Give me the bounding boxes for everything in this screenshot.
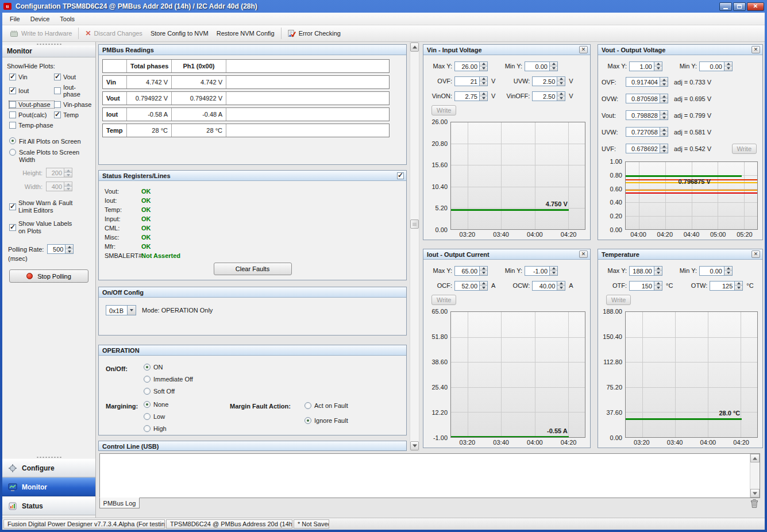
spin-up-icon[interactable] xyxy=(480,92,487,97)
plot-width-spinner[interactable]: 400 xyxy=(46,182,72,191)
spin-up-icon[interactable] xyxy=(735,282,742,286)
vout-min-y-spinner[interactable]: 0.00 xyxy=(699,61,733,71)
radio[interactable] xyxy=(9,137,16,144)
vout-uvw-spinner[interactable]: 0.727058 xyxy=(626,127,668,137)
center-scrollbar[interactable] xyxy=(410,42,419,451)
nav-configure-button[interactable]: Configure xyxy=(2,458,95,477)
radio-margining-high[interactable]: High xyxy=(144,425,167,432)
checkbox[interactable] xyxy=(9,122,16,129)
checkbox[interactable] xyxy=(54,111,61,118)
spinner-buttons[interactable] xyxy=(660,128,668,136)
checkbox[interactable] xyxy=(9,101,16,108)
nav-monitor-button[interactable]: Monitor xyxy=(2,477,95,496)
restore-nvm-config-button[interactable]: Restore NVM Config xyxy=(213,28,279,38)
radio[interactable] xyxy=(9,149,16,156)
spin-up-icon[interactable] xyxy=(724,267,732,271)
spinner-buttons[interactable] xyxy=(724,267,732,275)
vout-vout-spinner[interactable]: 0.798828 xyxy=(626,110,668,120)
checkbox-iout[interactable]: Iout xyxy=(9,84,54,98)
spin-up-icon[interactable] xyxy=(64,168,72,173)
spin-down-icon[interactable] xyxy=(660,149,668,153)
vin-on-spinner[interactable]: 2.75 xyxy=(454,91,488,101)
checkbox[interactable] xyxy=(9,111,16,118)
status-registers-checkbox[interactable] xyxy=(397,172,404,179)
spin-up-icon[interactable] xyxy=(660,144,668,149)
spinner-buttons[interactable] xyxy=(549,62,557,71)
spinner-buttons[interactable] xyxy=(479,92,487,101)
radio-margining-none[interactable]: None xyxy=(144,401,168,408)
temp-min-y-spinner[interactable]: 0.00 xyxy=(699,266,733,276)
titlebar[interactable]: ti Configuration TPSM8D6C24 @ PMBus Addr… xyxy=(0,0,767,13)
menu-tools[interactable]: Tools xyxy=(55,13,80,25)
spin-down-icon[interactable] xyxy=(654,67,662,71)
radio-margining-low[interactable]: Low xyxy=(144,413,165,420)
checkbox-iout-phase[interactable]: Iout-phase xyxy=(54,84,92,98)
polling-rate-spinner[interactable]: 500 xyxy=(47,244,74,254)
checkbox[interactable] xyxy=(9,224,16,231)
spin-up-icon[interactable] xyxy=(550,62,557,67)
spinner-buttons[interactable] xyxy=(479,282,487,290)
spin-down-icon[interactable] xyxy=(724,67,732,71)
spin-down-icon[interactable] xyxy=(557,97,565,101)
error-checking-button[interactable]: Error Checking xyxy=(284,28,345,39)
spin-up-icon[interactable] xyxy=(480,62,487,67)
radio-ignore-fault[interactable]: Ignore Fault xyxy=(305,417,348,424)
spin-up-icon[interactable] xyxy=(550,267,557,271)
spinner-buttons[interactable] xyxy=(64,168,72,177)
checkbox-pout-calc[interactable]: Pout(calc) xyxy=(9,111,54,118)
spin-up-icon[interactable] xyxy=(480,267,487,271)
spin-down-icon[interactable] xyxy=(480,67,487,71)
temp-otf-spinner[interactable]: 150 xyxy=(629,281,662,291)
spin-up-icon[interactable] xyxy=(660,128,668,132)
spin-down-icon[interactable] xyxy=(557,82,565,86)
checkbox-vout-phase[interactable]: Vout-phase xyxy=(9,101,54,108)
spin-up-icon[interactable] xyxy=(480,282,487,286)
checkbox[interactable] xyxy=(9,74,16,80)
spinner-buttons[interactable] xyxy=(654,267,662,275)
spinner-buttons[interactable] xyxy=(65,245,73,253)
spin-up-icon[interactable] xyxy=(660,94,668,99)
spin-down-icon[interactable] xyxy=(557,286,565,290)
spinner-buttons[interactable] xyxy=(549,267,557,275)
spin-down-icon[interactable] xyxy=(480,97,487,101)
radio-act-on-fault[interactable]: Act on Fault xyxy=(305,402,348,409)
spin-up-icon[interactable] xyxy=(480,77,487,82)
spin-up-icon[interactable] xyxy=(65,245,73,249)
spinner-buttons[interactable] xyxy=(557,92,565,101)
clear-faults-button[interactable]: Clear Faults xyxy=(214,263,292,275)
close-icon[interactable]: ✕ xyxy=(751,250,760,258)
spinner-buttons[interactable] xyxy=(660,78,668,86)
spin-up-icon[interactable] xyxy=(660,111,668,115)
spin-down-icon[interactable] xyxy=(550,271,557,275)
chevron-down-icon[interactable] xyxy=(127,306,136,315)
radio-scale-plots-width[interactable]: Scale Plots to Screen Width xyxy=(9,149,92,164)
vin-max-y-spinner[interactable]: 26.00 xyxy=(454,61,488,71)
iout-write-button[interactable]: Write xyxy=(431,295,456,305)
menu-device[interactable]: Device xyxy=(25,13,55,25)
close-button[interactable]: ✕ xyxy=(747,2,764,11)
vin-uvw-spinner[interactable]: 2.50 xyxy=(532,76,565,86)
pmbus-log-textarea[interactable] xyxy=(99,453,760,498)
spin-up-icon[interactable] xyxy=(557,92,565,97)
spinner-buttons[interactable] xyxy=(660,94,668,103)
spin-down-icon[interactable] xyxy=(480,271,487,275)
spinner-buttons[interactable] xyxy=(654,62,662,71)
spin-up-icon[interactable] xyxy=(724,62,732,67)
radio-soft-off[interactable]: Soft Off xyxy=(144,388,175,395)
spin-down-icon[interactable] xyxy=(64,187,72,191)
temp-max-y-spinner[interactable]: 188.00 xyxy=(629,266,662,276)
write-to-hardware-button[interactable]: Write to Hardware xyxy=(6,28,76,39)
spin-down-icon[interactable] xyxy=(660,115,668,119)
scroll-down-icon[interactable] xyxy=(750,489,760,498)
checkbox-show-value-labels[interactable]: Show Value Labels on Plots xyxy=(9,220,92,235)
spinner-buttons[interactable] xyxy=(557,282,565,290)
store-config-to-nvm-button[interactable]: Store Config to NVM xyxy=(147,28,213,38)
spinner-buttons[interactable] xyxy=(479,77,487,86)
spinner-buttons[interactable] xyxy=(734,282,742,290)
spinner-buttons[interactable] xyxy=(660,144,668,153)
vin-off-spinner[interactable]: 2.50 xyxy=(532,91,565,101)
vout-ovw-spinner[interactable]: 0.870598 xyxy=(626,94,668,103)
radio-fit-all-plots[interactable]: Fit All Plots on Screen xyxy=(9,137,92,145)
spin-down-icon[interactable] xyxy=(480,286,487,290)
spin-up-icon[interactable] xyxy=(654,282,662,286)
